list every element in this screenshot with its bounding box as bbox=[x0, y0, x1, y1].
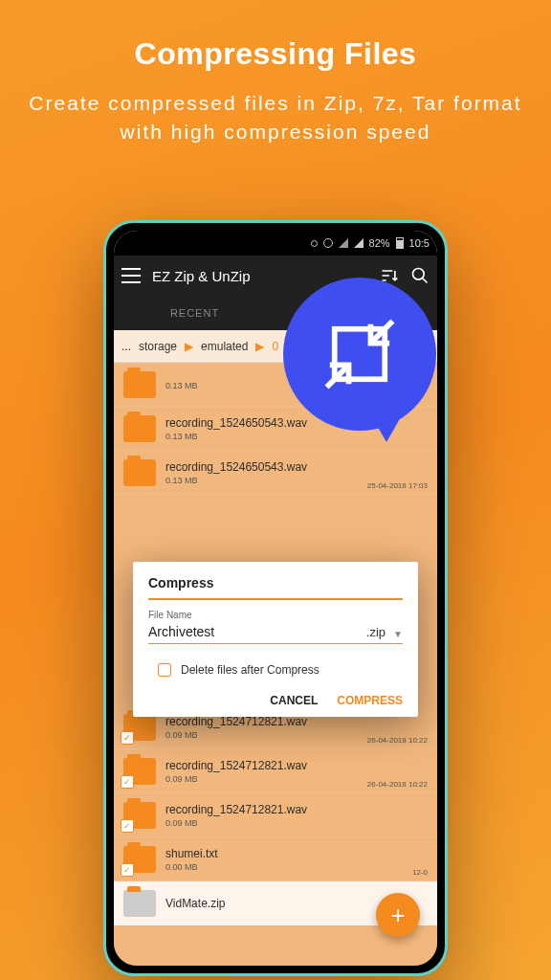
checkbox-label: Delete files after Compress bbox=[181, 663, 320, 677]
list-item[interactable]: recording_1524712821.wav 0.09 MB 26-04-2… bbox=[114, 749, 437, 793]
list-item[interactable]: shumei.txt 0.00 MB 12-0 bbox=[114, 837, 437, 881]
compress-dialog: Compress File Name .zip ▼ Delete files a… bbox=[133, 562, 418, 717]
file-date: 12-0 bbox=[412, 868, 428, 877]
chevron-down-icon[interactable]: ▼ bbox=[393, 629, 403, 639]
menu-icon[interactable] bbox=[121, 266, 141, 285]
cancel-button[interactable]: CANCEL bbox=[270, 694, 318, 707]
file-size: 0.00 MB bbox=[165, 862, 428, 872]
file-date: 26-04-2018 10:22 bbox=[367, 736, 428, 745]
file-date: 25-04-2018 17:03 bbox=[367, 481, 428, 490]
dialog-title: Compress bbox=[148, 575, 403, 600]
chevron-right-icon: ▶ bbox=[185, 340, 193, 353]
file-size: 0.09 MB bbox=[165, 818, 428, 828]
delete-after-checkbox[interactable]: Delete files after Compress bbox=[148, 659, 403, 694]
svg-point-0 bbox=[413, 269, 425, 280]
list-item[interactable]: recording_1524650543.wav 0.13 MB 25-04-2… bbox=[114, 451, 437, 495]
status-bar: 82% 10:5 bbox=[114, 231, 437, 256]
folder-icon bbox=[123, 758, 156, 785]
crumb-storage[interactable]: storage bbox=[139, 340, 177, 353]
list-item[interactable]: recording_1524712821.wav 0.09 MB bbox=[114, 793, 437, 837]
file-name: recording_1524650543.wav bbox=[165, 460, 428, 474]
filename-input[interactable] bbox=[148, 624, 359, 639]
feature-bubble bbox=[283, 278, 436, 431]
promo-subtitle: Create compressed files in Zip, 7z, Tar … bbox=[0, 72, 551, 147]
file-name: shumei.txt bbox=[165, 847, 428, 860]
signal-icon bbox=[339, 238, 348, 248]
tab-recent[interactable]: RECENT bbox=[114, 296, 276, 330]
file-date: 26-04-2018 10:22 bbox=[367, 780, 428, 789]
folder-icon bbox=[123, 714, 156, 741]
checkbox-icon[interactable] bbox=[158, 663, 171, 677]
folder-icon bbox=[123, 459, 156, 486]
clock-text: 10:5 bbox=[409, 237, 430, 249]
crumb-dots[interactable]: ... bbox=[121, 340, 131, 353]
battery-icon bbox=[396, 237, 404, 249]
crumb-emulated[interactable]: emulated bbox=[201, 340, 248, 353]
folder-icon bbox=[123, 846, 156, 873]
search-icon[interactable] bbox=[410, 266, 430, 285]
folder-icon bbox=[123, 802, 156, 829]
folder-icon bbox=[123, 890, 156, 917]
compress-icon bbox=[320, 315, 399, 393]
compress-button[interactable]: COMPRESS bbox=[337, 694, 403, 707]
promo-title: Compressing Files bbox=[0, 0, 551, 72]
extension-select[interactable]: .zip bbox=[366, 625, 386, 639]
fab-add-button[interactable]: + bbox=[376, 893, 420, 937]
folder-icon bbox=[123, 371, 156, 398]
folder-icon bbox=[123, 415, 156, 442]
alarm-icon bbox=[323, 238, 333, 248]
battery-percent: 82% bbox=[369, 237, 390, 249]
chevron-right-icon: ▶ bbox=[255, 340, 264, 353]
status-dot-icon bbox=[311, 240, 318, 247]
file-name: recording_1524712821.wav bbox=[165, 759, 428, 772]
filename-label: File Name bbox=[148, 610, 403, 620]
wifi-icon bbox=[354, 238, 364, 248]
crumb-zero[interactable]: 0 bbox=[272, 340, 278, 353]
file-name: recording_1524712821.wav bbox=[165, 803, 428, 816]
